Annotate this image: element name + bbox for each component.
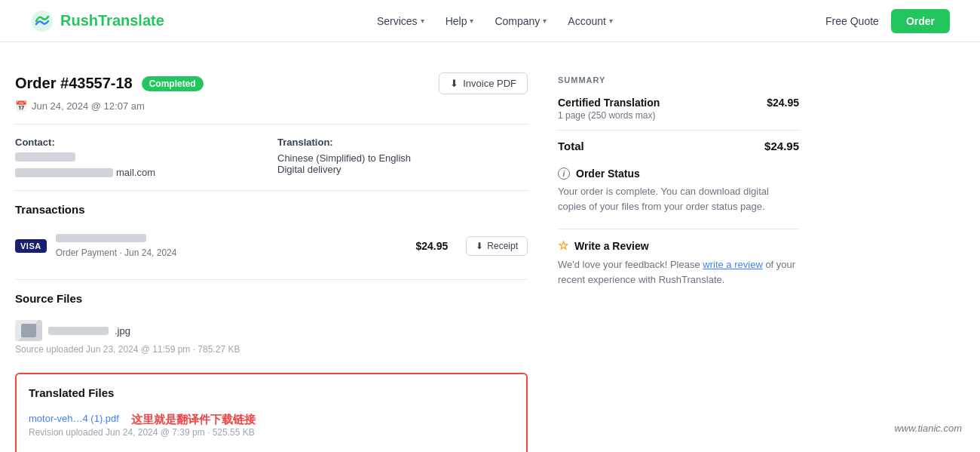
source-file-ext: .jpg — [115, 325, 130, 337]
divider — [15, 190, 528, 191]
chevron-down-icon: ▾ — [609, 17, 613, 25]
summary-item-sublabel: 1 page (250 words max) — [558, 110, 660, 121]
write-review-link[interactable]: write a review — [703, 259, 762, 270]
translated-file-link[interactable]: motor-veh…4 (1).pdf — [29, 413, 119, 424]
summary-item-price: $24.95 — [767, 97, 799, 109]
contact-name-blurred — [15, 152, 75, 161]
divider — [558, 229, 799, 229]
receipt-button[interactable]: ⬇ Receipt — [466, 236, 528, 256]
nav-company[interactable]: Company ▾ — [495, 15, 547, 27]
summary-total-row: Total $24.95 — [558, 140, 799, 152]
write-review-heading: ☆ Write a Review — [558, 238, 799, 253]
order-title: Order #43557-18 — [15, 75, 133, 92]
order-header: Order #43557-18 Completed ⬇ Invoice PDF … — [15, 72, 528, 112]
summary-divider — [558, 130, 799, 131]
order-date: 📅 Jun 24, 2024 @ 12:07 am — [15, 100, 528, 112]
summary-item: Certified Translation 1 page (250 words … — [558, 97, 799, 121]
navbar-actions: Free Quote Order — [825, 9, 950, 33]
delivery-type: Digital delivery — [277, 164, 528, 175]
transaction-name-blurred — [56, 234, 146, 242]
visa-badge: VISA — [15, 239, 47, 253]
main-content: Order #43557-18 Completed ⬇ Invoice PDF … — [15, 72, 528, 452]
summary-total-label: Total — [558, 140, 584, 152]
watermark: www.tianic.com — [894, 423, 962, 434]
transaction-info: Order Payment · Jun 24, 2024 — [56, 234, 407, 258]
order-status-box: i Order Status Your order is complete. Y… — [558, 168, 799, 214]
nav-links: Services ▾ Help ▾ Company ▾ Account ▾ — [377, 15, 613, 27]
free-quote-button[interactable]: Free Quote — [825, 15, 879, 27]
source-files-title: Source Files — [15, 292, 528, 305]
file-name-row: .jpg — [15, 320, 528, 341]
chevron-down-icon: ▾ — [421, 17, 424, 25]
sidebar: SUMMARY Certified Translation 1 page (25… — [558, 72, 799, 452]
order-status-heading: i Order Status — [558, 168, 799, 180]
summary-item-details: Certified Translation 1 page (250 words … — [558, 97, 660, 121]
transaction-date: Order Payment · Jun 24, 2024 — [56, 248, 407, 258]
translated-file-meta: Revision uploaded Jun 24, 2024 @ 7:39 pm… — [29, 427, 514, 438]
source-file-meta: Source uploaded Jun 23, 2024 @ 11:59 pm … — [15, 344, 528, 355]
write-review-text: We'd love your feedback! Please write a … — [558, 257, 799, 287]
transactions-title: Transactions — [15, 203, 528, 216]
translation-info: Translation: Chinese (Simplified) to Eng… — [277, 137, 528, 178]
contact-label: Contact: — [15, 137, 265, 148]
transactions-section: Transactions VISA Order Payment · Jun 24… — [15, 203, 528, 267]
download-icon: ⬇ — [476, 241, 483, 251]
calendar-icon: 📅 — [15, 100, 27, 112]
write-review-box: ☆ Write a Review We'd love your feedback… — [558, 238, 799, 287]
nav-help[interactable]: Help ▾ — [446, 15, 474, 27]
translation-label: Translation: — [277, 137, 528, 148]
order-button[interactable]: Order — [891, 9, 950, 33]
divider — [15, 279, 528, 280]
contact-email-blurred — [15, 168, 113, 177]
file-thumbnail — [15, 320, 42, 341]
summary-item-label: Certified Translation — [558, 97, 660, 109]
transaction-row: VISA Order Payment · Jun 24, 2024 $24.95… — [15, 225, 528, 267]
contact-email-domain: mail.com — [116, 167, 155, 178]
info-grid: Contact: mail.com Translation: Chinese (… — [15, 137, 528, 178]
logo-icon — [30, 9, 54, 33]
chevron-down-icon: ▾ — [543, 17, 547, 25]
order-status-text: Your order is complete. You can download… — [558, 184, 799, 214]
svg-point-0 — [32, 11, 53, 32]
translation-type: Chinese (Simplified) to English — [277, 152, 528, 164]
navbar: RushTranslate Services ▾ Help ▾ Company … — [0, 0, 980, 42]
translated-file-row: motor-veh…4 (1).pdf 这里就是翻译件下载链接 Revision… — [29, 408, 514, 442]
summary-title: SUMMARY — [558, 75, 799, 85]
contact-info: Contact: mail.com — [15, 137, 265, 178]
invoice-pdf-button[interactable]: ⬇ Invoice PDF — [439, 72, 528, 94]
star-icon: ☆ — [558, 238, 568, 253]
info-icon: i — [558, 168, 570, 180]
logo-text: RushTranslate — [60, 12, 164, 29]
source-filename-blurred — [48, 327, 109, 335]
order-title-row: Order #43557-18 Completed ⬇ Invoice PDF — [15, 72, 528, 94]
status-badge: Completed — [142, 76, 204, 91]
source-file-row: .jpg Source uploaded Jun 23, 2024 @ 11:5… — [15, 314, 528, 361]
summary-total-price: $24.95 — [764, 140, 799, 152]
annotation-text: 这里就是翻译件下载链接 — [131, 413, 256, 427]
translated-files-title: Translated Files — [29, 386, 514, 399]
divider — [15, 124, 528, 125]
nav-services[interactable]: Services ▾ — [377, 15, 424, 27]
page-container: Order #43557-18 Completed ⬇ Invoice PDF … — [0, 42, 980, 452]
download-icon: ⬇ — [450, 78, 458, 89]
chevron-down-icon: ▾ — [470, 17, 473, 25]
source-files-section: Source Files .jpg Source uploaded Jun 23… — [15, 292, 528, 361]
nav-account[interactable]: Account ▾ — [568, 15, 613, 27]
translated-files-section: Translated Files motor-veh…4 (1).pdf 这里就… — [15, 373, 528, 452]
transaction-amount: $24.95 — [415, 240, 448, 252]
logo[interactable]: RushTranslate — [30, 9, 164, 33]
